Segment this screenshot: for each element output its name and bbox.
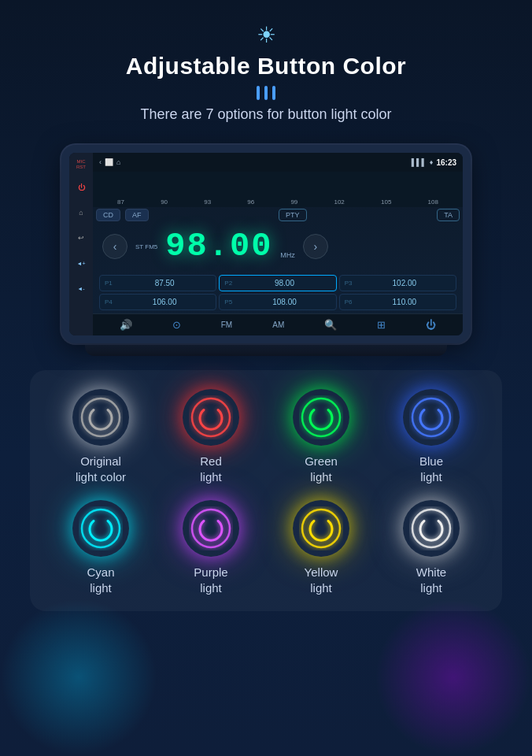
power-icon-wrapper-yellow-light [293, 500, 349, 557]
home-side-btn[interactable]: ⌂ [73, 205, 89, 220]
power-icon-wrapper-white-light [403, 500, 460, 557]
freq-num-90: 90 [161, 198, 168, 206]
back-side-btn[interactable]: ↩ [73, 230, 89, 246]
time-display: 16:23 [436, 158, 456, 167]
preset-p1[interactable]: P1 87.50 [99, 275, 216, 291]
side-buttons: MICRST ⏻ ⌂ ↩ ◄+ ◄- [69, 153, 93, 335]
bg-glow-right [375, 598, 532, 756]
power-icon-wrapper-green-light [293, 389, 349, 446]
wifi-icon: ♦ [430, 158, 434, 166]
signal-icon: ▌▌▌ [412, 158, 427, 166]
preset-p4[interactable]: P4 106.00 [99, 294, 216, 310]
color-label-green-light: Green light [305, 454, 338, 484]
page-title: Adjustable Button Color [126, 53, 406, 80]
equalizer-icon[interactable]: ⊞ [377, 319, 386, 331]
power-icon-wrapper-red-light [183, 389, 239, 446]
power-side-btn[interactable]: ⏻ [73, 180, 89, 195]
pty-btn[interactable]: PTY [279, 209, 307, 221]
mhz-label: MHz [280, 251, 295, 259]
color-label-white-light: White light [416, 565, 446, 595]
color-label-yellow-light: Yellow light [305, 565, 338, 595]
freq-num-108: 108 [428, 198, 438, 206]
prev-arrow[interactable]: ‹ [102, 234, 127, 259]
freq-num-93: 93 [204, 198, 211, 206]
color-row-1: Original light color Red light Green lig… [46, 389, 486, 484]
device-base [85, 343, 447, 356]
bottom-bar: 🔊 ⊙ FM AM 🔍 ⊞ ⏻ [93, 313, 463, 335]
am-label[interactable]: AM [272, 321, 284, 329]
power-icon-wrapper-purple-light [183, 500, 239, 557]
freq-info: ST FM5 [135, 243, 157, 250]
p1-freq: 87.50 [118, 279, 211, 287]
p6-label: P6 [345, 298, 356, 306]
color-option-original-light[interactable]: Original light color [54, 389, 148, 484]
main-frequency: 98.00 [165, 228, 272, 265]
color-option-purple-light[interactable]: Purple light [164, 500, 258, 595]
color-row-2: Cyan light Purple light Yellow light [46, 500, 486, 595]
preset-row-2: P4 106.00 P5 108.00 P6 110.00 [99, 294, 456, 310]
radio-main: ‹ ST FM5 98.00 MHz › [93, 221, 463, 272]
power-bottom-icon[interactable]: ⏻ [426, 319, 436, 331]
preset-p5[interactable]: P5 108.00 [219, 294, 336, 310]
color-option-green-light[interactable]: Green light [274, 389, 368, 484]
color-label-purple-light: Purple light [194, 565, 227, 595]
cd-btn[interactable]: CD [96, 209, 120, 221]
p3-freq: 102.00 [358, 279, 451, 287]
fm-label[interactable]: FM [221, 321, 232, 329]
preset-p3[interactable]: P3 102.00 [339, 275, 456, 291]
color-option-red-light[interactable]: Red light [164, 389, 258, 484]
p4-label: P4 [105, 298, 116, 306]
back-icon[interactable]: ‹ [99, 158, 102, 166]
af-btn[interactable]: AF [125, 209, 149, 221]
sun-icon: ☀ [257, 22, 276, 48]
color-option-white-light[interactable]: White light [384, 500, 478, 595]
p2-freq: 98.00 [238, 279, 331, 287]
color-label-cyan-light: Cyan light [87, 565, 114, 595]
power-icon-wrapper-cyan-light [72, 500, 129, 557]
header: ☀ Adjustable Button Color There are 7 op… [0, 0, 532, 137]
divider-dots [257, 86, 275, 100]
dot-2 [264, 86, 268, 100]
color-label-original-light: Original light color [76, 454, 126, 484]
p5-freq: 108.00 [238, 298, 331, 306]
search-icon[interactable]: 🔍 [324, 319, 337, 331]
preset-p2[interactable]: P2 98.00 [219, 275, 336, 291]
p3-label: P3 [345, 280, 356, 287]
p4-freq: 106.00 [118, 298, 211, 306]
vol-down-btn[interactable]: ◄- [73, 280, 89, 296]
color-option-yellow-light[interactable]: Yellow light [274, 500, 368, 595]
device-outer: MICRST ⏻ ⌂ ↩ ◄+ ◄- ‹ ⬜ ⌂ ▌▌▌ [61, 145, 471, 343]
freq-numbers: 8790939699102105108 [99, 197, 456, 206]
color-option-cyan-light[interactable]: Cyan light [54, 500, 148, 595]
preset-row-1: P1 87.50 P2 98.00 P3 102.00 [99, 275, 456, 291]
freq-bar: 8790939699102105108 [93, 172, 463, 207]
color-label-blue-light: Blue light [419, 454, 443, 484]
device-container: MICRST ⏻ ⌂ ↩ ◄+ ◄- ‹ ⬜ ⌂ ▌▌▌ [54, 145, 478, 356]
bg-glow-left [0, 598, 157, 756]
next-arrow[interactable]: › [303, 234, 328, 259]
color-label-red-light: Red light [200, 454, 222, 484]
freq-scale [99, 175, 456, 197]
home-icon[interactable]: ⌂ [116, 158, 120, 166]
device-screen: MICRST ⏻ ⌂ ↩ ◄+ ◄- ‹ ⬜ ⌂ ▌▌▌ [69, 153, 463, 335]
freq-num-87: 87 [117, 198, 124, 206]
dot-3 [272, 86, 275, 100]
color-option-blue-light[interactable]: Blue light [384, 389, 478, 484]
vol-up-btn[interactable]: ◄+ [73, 255, 89, 271]
freq-num-99: 99 [290, 198, 297, 206]
ta-btn[interactable]: TA [437, 209, 460, 221]
subtitle: There are 7 options for button light col… [140, 106, 391, 123]
volume-icon[interactable]: 🔊 [120, 319, 132, 331]
freq-num-102: 102 [334, 198, 344, 206]
copy-icon[interactable]: ⬜ [105, 158, 113, 166]
top-bar-icons: ‹ ⬜ ⌂ [99, 158, 120, 166]
preset-p6[interactable]: P6 110.00 [339, 294, 456, 310]
top-bar: ‹ ⬜ ⌂ ▌▌▌ ♦ 16:23 [93, 153, 463, 172]
top-bar-right: ▌▌▌ ♦ 16:23 [412, 158, 456, 167]
power-icon-wrapper-original-light [72, 389, 129, 446]
mic-rst-label: MICRST [76, 159, 86, 170]
freq-num-96: 96 [247, 198, 254, 206]
freq-num-105: 105 [381, 198, 391, 206]
power-icon-wrapper-blue-light [403, 389, 460, 446]
settings-icon[interactable]: ⊙ [172, 319, 181, 331]
